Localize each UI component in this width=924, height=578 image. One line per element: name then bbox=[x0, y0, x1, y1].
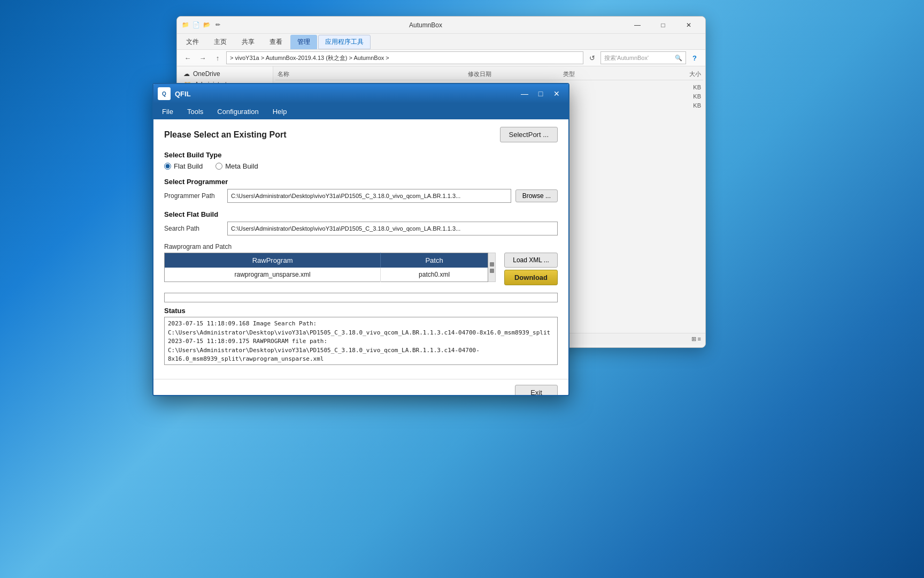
qfil-maximize-btn[interactable]: □ bbox=[533, 87, 548, 100]
fe-col-modified: 修改日期 bbox=[468, 70, 563, 78]
download-btn[interactable]: Download bbox=[504, 270, 558, 285]
flat-build-radio[interactable] bbox=[164, 163, 171, 170]
qfil-minimize-btn[interactable]: — bbox=[517, 87, 532, 100]
fe-minimize-btn[interactable]: — bbox=[625, 17, 650, 34]
fe-icon-1: 📁 bbox=[181, 21, 190, 29]
qfil-logo: Q bbox=[158, 87, 171, 100]
fe-window-controls[interactable]: — □ ✕ bbox=[625, 17, 701, 34]
file-explorer-titlebar: 📁 📄 📂 ✏ AutumnBox — □ ✕ bbox=[177, 17, 705, 34]
status-log-line-3: 2023-07-15 11:18:09.177 PATCH file path:… bbox=[168, 364, 554, 366]
meta-build-label: Meta Build bbox=[225, 162, 258, 170]
fe-search-text: 搜索'AutumnBox' bbox=[604, 54, 649, 62]
rawpatch-action-btns: Load XML ... Download bbox=[504, 253, 558, 285]
fe-tab-tools[interactable]: 应用程序工具 bbox=[318, 35, 371, 49]
programmer-field-row: Programmer Path Browse ... bbox=[164, 189, 558, 203]
qfil-menu-tools[interactable]: Tools bbox=[181, 105, 210, 118]
programmer-field-label: Programmer Path bbox=[164, 192, 223, 200]
file-explorer-title: AutumnBox bbox=[226, 21, 625, 29]
table-scrollbar bbox=[488, 253, 496, 282]
fe-tab-view[interactable]: 查看 bbox=[263, 35, 289, 49]
qfil-titlebar: Q QFIL — □ ✕ bbox=[153, 84, 568, 103]
qfil-menu-help[interactable]: Help bbox=[266, 105, 294, 118]
fe-nav-icons: 📁 📄 📂 ✏ bbox=[181, 21, 222, 29]
browse-programmer-btn[interactable]: Browse ... bbox=[515, 189, 558, 202]
fe-back-btn[interactable]: ← bbox=[181, 51, 194, 64]
qfil-page-title: Please Select an Existing Port bbox=[164, 130, 287, 140]
qfil-menu-file[interactable]: File bbox=[156, 105, 180, 118]
qfil-content: Please Select an Existing Port SelectPor… bbox=[153, 119, 568, 379]
fe-tab-file[interactable]: 文件 bbox=[179, 35, 206, 49]
patch-cell: patch0.xml bbox=[381, 268, 488, 282]
qfil-close-btn[interactable]: ✕ bbox=[549, 87, 564, 100]
fe-left-onedrive[interactable]: ☁ OneDrive bbox=[179, 69, 271, 79]
qfil-header-row: Please Select an Existing Port SelectPor… bbox=[164, 127, 558, 142]
qfil-footer: Exit bbox=[153, 379, 568, 396]
build-type-section: Select Build Type Flat Build Meta Build bbox=[164, 151, 558, 170]
programmer-title: Select Programmer bbox=[164, 178, 558, 186]
fe-up-btn[interactable]: ↑ bbox=[211, 51, 224, 64]
build-type-radios: Flat Build Meta Build bbox=[164, 162, 558, 170]
qfil-window-controls[interactable]: — □ ✕ bbox=[517, 87, 564, 100]
rawprogram-cell: rawprogram_unsparse.xml bbox=[165, 268, 381, 282]
meta-build-radio-label[interactable]: Meta Build bbox=[215, 162, 258, 170]
progress-bar-container bbox=[164, 293, 558, 302]
fe-status-icons: ⊞ ≡ bbox=[691, 336, 701, 343]
fe-toolbar: ← → ↑ > vivoY31a > AutumnBox-2019.4.13 (… bbox=[177, 50, 705, 66]
fe-tab-home[interactable]: 主页 bbox=[207, 35, 234, 49]
status-log-line-1: 2023-07-15 11:18:09.168 Image Search Pat… bbox=[168, 320, 554, 337]
desktop: 📁 📄 📂 ✏ AutumnBox — □ ✕ 文件 主页 共享 查看 管理 应… bbox=[0, 0, 924, 578]
select-port-btn[interactable]: SelectPort ... bbox=[500, 127, 558, 142]
exit-btn[interactable]: Exit bbox=[515, 385, 558, 396]
rawpatch-label: Rawprogram and Patch bbox=[164, 243, 558, 250]
fe-col-size: 大小 bbox=[658, 70, 701, 78]
build-type-title: Select Build Type bbox=[164, 151, 558, 159]
fe-close-btn[interactable]: ✕ bbox=[676, 17, 701, 34]
rawprogram-col-header: RawProgram bbox=[165, 253, 381, 268]
fe-forward-btn[interactable]: → bbox=[196, 51, 209, 64]
qfil-menubar: File Tools Configuration Help bbox=[153, 103, 568, 119]
flat-build-path-input[interactable] bbox=[227, 222, 558, 235]
flat-build-section-title: Select Flat Build bbox=[164, 210, 558, 218]
fe-icon-4: ✏ bbox=[213, 21, 222, 29]
status-section: Status 2023-07-15 11:18:09.168 Image Sea… bbox=[164, 307, 558, 365]
qfil-menu-config[interactable]: Configuration bbox=[211, 105, 265, 118]
fe-search-bar[interactable]: 搜索'AutumnBox' 🔍 bbox=[600, 51, 686, 64]
status-log-line-2: 2023-07-15 11:18:09.175 RAWPROGRAM file … bbox=[168, 337, 554, 364]
rawpatch-row-1: rawprogram_unsparse.xml patch0.xml bbox=[165, 268, 488, 282]
fe-ribbon: 文件 主页 共享 查看 管理 应用程序工具 bbox=[177, 34, 705, 50]
fe-refresh-btn[interactable]: ↺ bbox=[586, 51, 598, 64]
fe-maximize-btn[interactable]: □ bbox=[651, 17, 675, 34]
fe-search-icon[interactable]: 🔍 bbox=[675, 55, 682, 62]
flat-build-section: Select Flat Build Search Path bbox=[164, 210, 558, 235]
flat-build-field-row: Search Path bbox=[164, 222, 558, 235]
qfil-dialog: Q QFIL — □ ✕ File Tools Configuration He… bbox=[152, 83, 569, 396]
rawpatch-section: Rawprogram and Patch RawProgram Patch bbox=[164, 243, 558, 285]
fe-col-headers: 名称 修改日期 类型 大小 bbox=[275, 69, 703, 80]
fe-col-name: 名称 bbox=[278, 70, 468, 78]
flat-build-label: Flat Build bbox=[174, 162, 203, 170]
rawpatch-table-wrapper: RawProgram Patch rawprogram_unsparse.xml… bbox=[164, 253, 496, 282]
programmer-section: Select Programmer Programmer Path Browse… bbox=[164, 178, 558, 203]
fe-tab-manage[interactable]: 管理 bbox=[290, 35, 317, 49]
flat-build-radio-label[interactable]: Flat Build bbox=[164, 162, 203, 170]
fe-tab-share[interactable]: 共享 bbox=[235, 35, 261, 49]
rawpatch-table: RawProgram Patch rawprogram_unsparse.xml… bbox=[164, 253, 488, 282]
fe-onedrive-icon: ☁ bbox=[183, 70, 190, 78]
status-title: Status bbox=[164, 307, 558, 315]
rawpatch-container: RawProgram Patch rawprogram_unsparse.xml… bbox=[164, 253, 558, 285]
fe-col-type: 类型 bbox=[563, 70, 658, 78]
qfil-app-name-label: QFIL bbox=[175, 90, 191, 98]
meta-build-radio[interactable] bbox=[215, 163, 222, 170]
scrollbar-thumb-bot bbox=[490, 269, 494, 273]
fe-icon-2: 📄 bbox=[192, 21, 201, 29]
fe-help-btn[interactable]: ? bbox=[688, 51, 701, 64]
fe-tabs: 文件 主页 共享 查看 管理 应用程序工具 bbox=[177, 34, 705, 49]
status-log: 2023-07-15 11:18:09.168 Image Search Pat… bbox=[164, 317, 558, 365]
programmer-path-input[interactable] bbox=[227, 189, 511, 203]
patch-col-header: Patch bbox=[381, 253, 488, 268]
fe-address-bar[interactable]: > vivoY31a > AutumnBox-2019.4.13 (秋之盒) >… bbox=[226, 51, 583, 64]
flat-build-field-label: Search Path bbox=[164, 225, 223, 232]
load-xml-btn[interactable]: Load XML ... bbox=[504, 253, 558, 268]
scrollbar-thumb-top bbox=[490, 262, 494, 267]
fe-icon-3: 📂 bbox=[203, 21, 211, 29]
